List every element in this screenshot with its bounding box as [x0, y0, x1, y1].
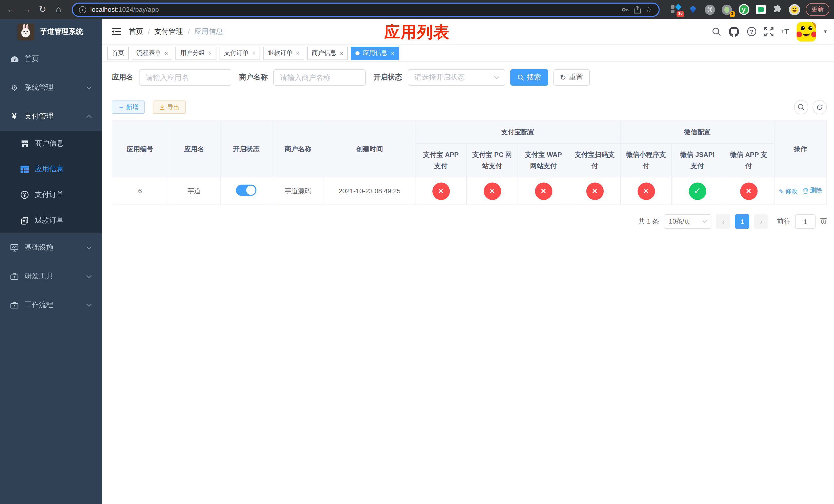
extension-chat-icon[interactable] [755, 4, 766, 15]
sidebar-item-refund-orders[interactable]: 退款订单 [0, 208, 102, 233]
col-alipay-app: 支付宝 APP 支付 [415, 143, 466, 177]
tag-user-group[interactable]: 用户分组× [176, 46, 216, 60]
extensions-puzzle-icon[interactable] [772, 4, 783, 15]
status-select[interactable]: 请选择开启状态 [408, 69, 505, 86]
home-button[interactable]: ⌂ [53, 4, 64, 15]
disabled-cross-icon: × [637, 182, 655, 200]
sidebar-item-label: 退款订单 [35, 216, 64, 225]
close-icon[interactable]: × [340, 50, 344, 56]
col-app-name: 应用名 [168, 121, 220, 177]
url-text: localhost:1024/pay/app [90, 6, 159, 13]
browser-update-button[interactable]: 更新 [806, 3, 829, 16]
export-button[interactable]: 导出 [153, 100, 186, 114]
extension-tab-manager-icon[interactable]: 10 [671, 4, 682, 15]
total-count: 共 1 条 [638, 217, 659, 226]
merchant-name-label: 商户名称 [239, 73, 268, 82]
sidebar-item-home[interactable]: 首页 [0, 45, 102, 73]
add-button[interactable]: ＋ 新增 [112, 100, 145, 114]
back-button[interactable]: ← [5, 4, 16, 15]
close-icon[interactable]: × [391, 50, 394, 56]
page-size-select[interactable]: 10条/页 [664, 214, 711, 229]
breadcrumb-home[interactable]: 首页 [129, 27, 143, 36]
font-size-icon[interactable]: TT [781, 27, 789, 36]
cell-app-id: 6 [112, 177, 168, 205]
sidebar-item-payment[interactable]: ¥ 支付管理 [0, 102, 102, 131]
search-icon[interactable] [712, 27, 721, 36]
close-icon[interactable]: × [253, 50, 256, 56]
breadcrumb-payment[interactable]: 支付管理 [154, 27, 183, 36]
breadcrumb: 首页 / 支付管理 / 应用信息 [129, 27, 223, 36]
share-icon[interactable] [633, 5, 641, 14]
enabled-check-icon: ✓ [688, 182, 706, 200]
password-key-icon[interactable] [621, 5, 629, 14]
enabled-toggle[interactable] [236, 185, 257, 196]
pencil-icon: ✎ [778, 188, 784, 195]
diamond-icon [675, 3, 681, 10]
close-icon[interactable]: × [164, 50, 168, 56]
pay-config-cell: × [620, 177, 672, 205]
sidebar-item-merchant-info[interactable]: 商户信息 [0, 131, 102, 156]
forward-button[interactable]: → [21, 4, 32, 15]
app-name-label: 应用名 [112, 73, 133, 82]
sidebar-item-workflow[interactable]: 工作流程 [0, 291, 102, 319]
delete-link[interactable]: 删除 [803, 186, 822, 195]
sidebar-item-pay-orders[interactable]: ¥ 支付订单 [0, 182, 102, 208]
document-copy-icon [20, 216, 30, 224]
merchant-name-input[interactable] [273, 69, 366, 86]
sidebar-item-system[interactable]: ⚙ 系统管理 [0, 73, 102, 102]
github-icon[interactable] [729, 26, 739, 37]
edit-link[interactable]: ✎修改 [778, 187, 797, 196]
next-page-button[interactable]: › [754, 214, 768, 229]
refresh-icon [816, 104, 823, 111]
app-logo[interactable]: 芋道管理系统 [0, 19, 102, 45]
profile-emoji-avatar[interactable] [789, 4, 800, 15]
col-wechat-jsapi: 微信 JSAPI 支付 [672, 143, 723, 177]
tag-refund-orders[interactable]: 退款订单× [263, 46, 304, 60]
fullscreen-icon[interactable] [764, 27, 773, 36]
bookmark-star-icon[interactable]: ☆ [645, 5, 653, 14]
chevron-down-icon [86, 86, 92, 90]
search-button[interactable]: 搜索 [510, 69, 548, 86]
tag-app-info[interactable]: 应用信息× [351, 46, 399, 60]
reload-button[interactable]: ↻ [37, 4, 48, 15]
tag-pay-orders[interactable]: 支付订单× [220, 46, 260, 60]
sidebar-item-dev-tools[interactable]: 研发工具 [0, 262, 102, 291]
cell-actions: ✎修改删除 [774, 177, 827, 205]
pay-config-cell: × [569, 177, 620, 205]
user-avatar[interactable] [797, 22, 816, 41]
disabled-cross-icon: × [432, 182, 449, 200]
reset-button[interactable]: ↻ 重置 [553, 69, 590, 86]
tag-home[interactable]: 首页 [107, 46, 129, 60]
extension-command-icon[interactable]: ⌘ [704, 4, 716, 15]
sidebar-item-infrastructure[interactable]: 基础设施 [0, 233, 102, 262]
goto-page-input[interactable] [795, 214, 815, 229]
prev-page-button[interactable]: ‹ [716, 214, 730, 229]
current-page[interactable]: 1 [735, 214, 749, 229]
extension-recorder-icon[interactable]: 1 [721, 4, 732, 15]
cell-status [220, 177, 272, 205]
help-icon[interactable]: ? [747, 27, 756, 37]
site-info-icon[interactable]: i [79, 6, 86, 13]
show-search-button[interactable] [794, 100, 808, 114]
app-name-input[interactable] [139, 69, 231, 86]
gear-icon: ⚙ [9, 83, 20, 93]
avatar-caret-icon[interactable]: ▾ [824, 28, 827, 35]
extension-gem-icon[interactable] [687, 4, 699, 15]
address-bar[interactable]: i localhost:1024/pay/app ☆ [72, 2, 660, 17]
close-icon[interactable]: × [208, 50, 212, 56]
chevron-down-icon [494, 76, 500, 79]
refresh-button[interactable] [812, 100, 827, 114]
extension-y-icon[interactable]: y [738, 4, 749, 15]
page-content: 应用名 商户名称 开启状态 请选择开启状态 搜索 ↻ 重置 [102, 62, 834, 504]
dashboard-gauge-icon [9, 55, 20, 63]
sidebar-item-app-info[interactable]: 应用信息 [0, 156, 102, 182]
sidebar-item-label: 首页 [25, 54, 92, 64]
tag-merchant-info[interactable]: 商户信息× [307, 46, 348, 60]
tag-process-form[interactable]: 流程表单× [132, 46, 173, 60]
extensions-tray: 10 ⌘ 1 y 更新 ⋮ [671, 3, 834, 16]
pagination: 共 1 条 10条/页 ‹ 1 › 前往 页 [112, 214, 827, 229]
col-created: 创建时间 [324, 121, 415, 177]
sidebar-collapse-icon[interactable] [107, 22, 126, 41]
close-icon[interactable]: × [296, 50, 300, 56]
breadcrumb-separator: / [188, 27, 190, 36]
